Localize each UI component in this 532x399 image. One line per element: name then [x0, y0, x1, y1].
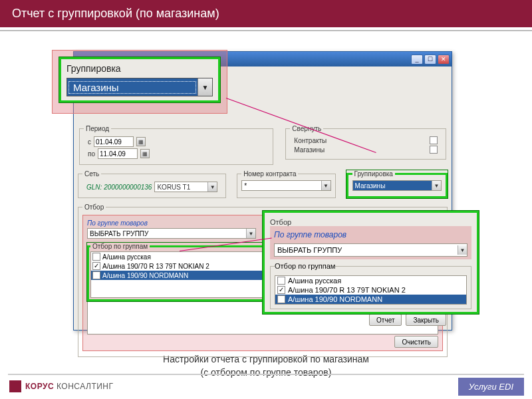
collapse-contracts-label: Контракты — [294, 137, 327, 144]
checkbox[interactable] — [277, 295, 285, 303]
logo-square-icon — [9, 380, 21, 392]
clear-button[interactable]: Очистить — [394, 336, 438, 348]
calendar-icon[interactable]: ▦ — [140, 149, 150, 158]
select-group-dropdown[interactable]: ВЫБРАТЬ ГРУППУ▼ — [87, 228, 256, 239]
otbor-callout-legend: Отбор — [270, 218, 471, 226]
chevron-down-icon: ▼ — [207, 182, 217, 192]
minimize-button[interactable]: _ — [411, 55, 423, 65]
chevron-down-icon: ▼ — [246, 229, 255, 238]
collapse-fieldset: Свернуть Контракты Магазины — [285, 125, 446, 160]
collapse-shops-checkbox[interactable] — [430, 146, 438, 154]
otbor-callout-groups-fieldset: Отбор по группам А/шина русская А/шина 1… — [270, 262, 471, 309]
chevron-down-icon: ▼ — [321, 181, 331, 190]
contract-legend: Номер контракта — [241, 170, 298, 178]
grouping-fieldset: Группировка Магазины▼ — [346, 170, 448, 198]
net-fieldset: Сеть GLN: 2000000000136 KORUS T1▼ — [78, 170, 226, 198]
period-from-input[interactable] — [94, 136, 134, 147]
otbor-callout-by-goods: По группе товаров — [274, 230, 467, 239]
report-button[interactable]: Отчет — [369, 314, 402, 326]
stage: _ ☐ ✕ Период с ▦ по ▦ — [0, 31, 532, 357]
close-button[interactable]: ✕ — [438, 55, 450, 65]
period-to-input[interactable] — [98, 148, 138, 159]
net-legend: Сеть — [82, 170, 101, 178]
period-fieldset: Период с ▦ по ▦ — [79, 125, 273, 165]
grouping-callout-legend: Группировка — [66, 63, 213, 74]
otbor-legend: Отбор — [82, 203, 106, 211]
checkbox[interactable] — [92, 271, 100, 279]
grouping-callout: Группировка Магазины ▼ — [47, 45, 233, 119]
chevron-down-icon: ▼ — [432, 181, 441, 190]
period-from-label: с — [88, 138, 91, 146]
by-goods-label: По группе товаров — [87, 219, 256, 227]
grouping-dropdown[interactable]: Магазины▼ — [352, 180, 442, 191]
slide-title: Отчет с группировкой (по магазинам) — [0, 0, 532, 27]
maximize-button[interactable]: ☐ — [424, 55, 436, 65]
close-dialog-button[interactable]: Закрыть — [406, 314, 446, 326]
contract-dropdown[interactable]: *▼ — [241, 180, 331, 191]
otbor-groups-legend: Отбор по группам — [90, 243, 150, 250]
brand-logo: КОРУС КОНСАЛТИНГ — [9, 380, 114, 392]
contract-fieldset: Номер контракта *▼ — [237, 170, 335, 198]
list-item[interactable]: А/шина русская — [275, 276, 466, 285]
footer: КОРУС КОНСАЛТИНГ Услуги EDI — [0, 374, 532, 399]
period-legend: Период — [84, 125, 111, 132]
edi-tag: Услуги EDI — [458, 378, 524, 396]
chevron-down-icon: ▼ — [458, 245, 467, 255]
grouping-legend: Группировка — [352, 170, 395, 178]
checkbox[interactable] — [277, 277, 285, 285]
collapse-shops-label: Магазины — [294, 146, 325, 154]
otbor-callout-group-dropdown[interactable]: ВЫБРАТЬ ГРУППУ ▼ — [274, 243, 467, 257]
checkbox[interactable] — [92, 253, 100, 261]
net-dropdown[interactable]: KORUS T1▼ — [154, 182, 217, 192]
otbor-callout: Отбор По группе товаров ВЫБРАТЬ ГРУППУ ▼… — [263, 211, 479, 314]
checkbox[interactable] — [277, 286, 285, 294]
checkbox[interactable] — [92, 262, 100, 270]
collapse-contracts-checkbox[interactable] — [430, 136, 438, 144]
calendar-icon[interactable]: ▦ — [136, 137, 146, 146]
otbor-callout-list[interactable]: А/шина русская А/шина 190/70 R 13 79T NO… — [275, 275, 467, 305]
period-to-label: по — [88, 150, 95, 158]
chevron-down-icon: ▼ — [198, 78, 212, 96]
list-item[interactable]: А/шина 190/90 NORDMANN — [275, 295, 466, 304]
gln-label: GLN: 2000000000136 — [86, 184, 152, 191]
grouping-callout-dropdown[interactable]: Магазины ▼ — [66, 78, 213, 96]
otbor-callout-groups-legend: Отбор по группам — [275, 262, 335, 270]
list-item[interactable]: А/шина 190/70 R 13 79T NOKIAN 2 — [275, 285, 466, 295]
